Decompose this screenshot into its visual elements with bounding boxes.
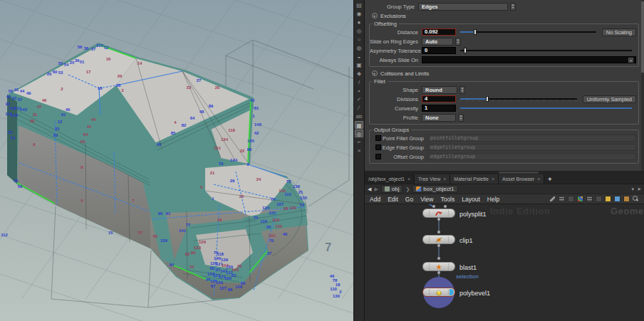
- screenshot-icon[interactable]: [614, 196, 620, 202]
- shape-dropdown[interactable]: Round: [422, 86, 457, 94]
- close-icon[interactable]: ×: [443, 177, 446, 181]
- convexity-slider[interactable]: [460, 107, 632, 109]
- clip-icon[interactable]: ×: [355, 147, 363, 154]
- node-label[interactable]: polybevel1: [459, 290, 490, 297]
- grid-view-icon[interactable]: [586, 196, 593, 202]
- vertex-marker-icon[interactable]: ✓: [355, 95, 363, 103]
- back-arrow-icon[interactable]: ◀: [368, 186, 371, 192]
- new-tab-button[interactable]: +: [544, 174, 555, 184]
- network-list-icon[interactable]: [559, 196, 565, 202]
- parameter-list-icon[interactable]: [568, 196, 574, 202]
- lighting-icon[interactable]: ◍: [355, 44, 363, 52]
- color-palette-icon[interactable]: [577, 196, 583, 202]
- collapse-arrow-icon[interactable]: ▸: [372, 70, 378, 76]
- tab-material-palette[interactable]: Material Palette ×: [450, 174, 499, 184]
- menu-add[interactable]: Add: [370, 196, 380, 203]
- pane-splitter[interactable]: [365, 171, 644, 174]
- parameter-scrollbar[interactable]: [641, 0, 644, 171]
- chevron-down-icon[interactable]: ▾: [632, 186, 635, 192]
- profile-dropdown[interactable]: None: [422, 114, 456, 122]
- convexity-label: Convexity: [370, 105, 418, 112]
- lock-camera-icon[interactable]: ◉: [355, 10, 363, 18]
- node-blast1[interactable]: [422, 262, 455, 271]
- shape-spinner-icon[interactable]: ▲▼: [459, 86, 465, 94]
- slide-spinner-icon[interactable]: ▲▼: [455, 38, 461, 46]
- group-type-spinner-icon[interactable]: ▲▼: [510, 3, 516, 11]
- offset-group-field[interactable]: edgefilletgroup: [427, 153, 636, 160]
- edge-fillet-label: Edge Fillet Group: [381, 144, 424, 151]
- close-icon[interactable]: ×: [407, 177, 410, 181]
- group-type-dropdown[interactable]: Edges: [418, 3, 508, 11]
- node-label[interactable]: polysplit1: [459, 211, 487, 218]
- shade-mode-icon[interactable]: ●: [355, 19, 363, 26]
- network-canvas[interactable]: Indie Edition Geometry: [365, 204, 644, 321]
- distance-field[interactable]: 0.092: [422, 28, 456, 36]
- geometry-node-icon: [416, 186, 421, 191]
- parameter-pane: Group Type Edges ▲▼ ▸ Exclusions Offsett…: [365, 0, 644, 171]
- breadcrumb-box-object1[interactable]: box_object1: [412, 185, 457, 193]
- menu-tools[interactable]: Tools: [440, 196, 455, 203]
- snap-grid-icon[interactable]: ▦: [355, 121, 363, 129]
- chevron-down-icon[interactable]: ▾: [628, 58, 633, 63]
- collapse-arrow-icon[interactable]: ▸: [372, 13, 378, 19]
- tab-tree-view[interactable]: Tree View ×: [415, 174, 450, 184]
- show-handles-icon[interactable]: ◈: [355, 70, 363, 78]
- no-scaling-button[interactable]: No Scaling: [602, 28, 636, 36]
- tab-asset-browser[interactable]: Asset Browser ×: [499, 174, 544, 184]
- menu-help[interactable]: Help: [487, 196, 499, 203]
- close-icon[interactable]: ×: [537, 177, 540, 181]
- edge-fillet-checkbox[interactable]: [375, 144, 381, 150]
- headlight-icon[interactable]: ○: [355, 36, 363, 43]
- forward-arrow-icon[interactable]: ▶: [374, 186, 378, 192]
- menu-go[interactable]: Go: [405, 196, 413, 203]
- node-polybevel1[interactable]: [422, 288, 455, 297]
- convexity-field[interactable]: 1: [422, 105, 456, 112]
- viewport-3d[interactable]: 5636371005216145554253951206053172623182…: [0, 0, 353, 321]
- draw-mode-icon[interactable]: /: [355, 78, 363, 86]
- slide-dropdown[interactable]: Auto: [422, 38, 453, 46]
- display-flag[interactable]: [450, 289, 454, 295]
- box-icon[interactable]: [623, 196, 630, 202]
- collisions-header[interactable]: ▸ Collisions and Limits: [372, 69, 640, 78]
- tab-obj-box-object1[interactable]: /obj/box_object1 ×: [365, 174, 415, 184]
- asymmetry-slider[interactable]: [460, 50, 632, 51]
- node-label[interactable]: blast1: [459, 264, 477, 271]
- node-polysplit1[interactable]: [422, 209, 455, 218]
- distance-slider[interactable]: [460, 31, 596, 33]
- visualizer-icon[interactable]: ◎: [355, 130, 363, 137]
- fillet-group: Fillet Shape Round ▲▼ Divisions 4 Unifor…: [369, 78, 639, 125]
- pin-icon[interactable]: ➤: [637, 186, 641, 192]
- sticky-note-icon[interactable]: [605, 196, 611, 202]
- exclusions-header[interactable]: ▸ Exclusions: [372, 11, 640, 20]
- offset-group-checkbox[interactable]: [375, 154, 381, 159]
- frame-icon[interactable]: ⌐: [355, 138, 363, 146]
- menu-layout[interactable]: Layout: [462, 196, 480, 203]
- divisions-field[interactable]: 4: [422, 95, 456, 102]
- text-overlay-icon[interactable]: ab: [355, 112, 363, 120]
- snapshot-icon[interactable]: [596, 196, 602, 202]
- high-quality-light-icon[interactable]: ◒: [355, 53, 363, 60]
- blast-icon: [435, 263, 442, 270]
- point-fillet-field[interactable]: pointfilletgroup: [427, 135, 636, 142]
- point-fillet-checkbox[interactable]: [375, 135, 381, 141]
- display-objects-icon[interactable]: ▣: [355, 61, 363, 69]
- node-label[interactable]: clip1: [459, 237, 473, 244]
- wireframe-icon[interactable]: ◎: [355, 27, 363, 35]
- profile-spinner-icon[interactable]: ▲▼: [458, 114, 464, 122]
- breadcrumb-obj[interactable]: obj: [381, 185, 403, 193]
- point-marker-icon[interactable]: •: [355, 87, 363, 95]
- right-pane: Group Type Edges ▲▼ ▸ Exclusions Offsett…: [365, 0, 644, 321]
- close-icon[interactable]: ×: [492, 177, 494, 181]
- node-clip1[interactable]: [422, 235, 455, 244]
- divisions-slider[interactable]: [460, 98, 577, 100]
- uniformly-sampled-button[interactable]: Uniformly Sampled: [583, 95, 636, 103]
- zoom-icon[interactable]: [633, 196, 639, 202]
- edge-fillet-field[interactable]: edgefilletgroup: [427, 144, 636, 151]
- menu-edit[interactable]: Edit: [388, 196, 398, 203]
- normal-marker-icon[interactable]: ∕: [355, 104, 363, 112]
- tools-wrench-icon[interactable]: [549, 196, 556, 202]
- menu-view[interactable]: View: [420, 196, 433, 203]
- asymmetry-field[interactable]: 0: [422, 47, 456, 54]
- always-slide-field[interactable]: ▾: [422, 56, 636, 63]
- view-layout-icon[interactable]: ▤: [355, 1, 363, 9]
